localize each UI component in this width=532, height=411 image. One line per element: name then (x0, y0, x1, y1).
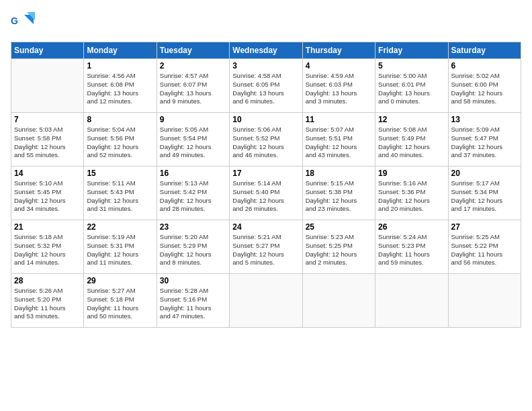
day-info: Sunrise: 5:25 AM Sunset: 5:22 PM Dayligh… (451, 233, 518, 267)
day-number: 13 (451, 115, 518, 124)
week-row-1: 1Sunrise: 4:56 AM Sunset: 6:08 PM Daylig… (11, 59, 521, 113)
day-cell: 2Sunrise: 4:57 AM Sunset: 6:07 PM Daylig… (157, 59, 229, 113)
day-cell (230, 274, 302, 328)
day-number: 14 (14, 169, 81, 178)
day-info: Sunrise: 5:03 AM Sunset: 5:58 PM Dayligh… (14, 126, 81, 160)
day-number: 7 (14, 115, 81, 124)
day-cell: 18Sunrise: 5:15 AM Sunset: 5:38 PM Dayli… (302, 167, 375, 220)
day-number: 8 (87, 115, 153, 124)
day-number: 2 (160, 61, 226, 71)
day-info: Sunrise: 5:04 AM Sunset: 5:56 PM Dayligh… (87, 126, 153, 160)
day-cell: 20Sunrise: 5:17 AM Sunset: 5:34 PM Dayli… (448, 167, 521, 220)
day-info: Sunrise: 4:56 AM Sunset: 6:08 PM Dayligh… (87, 72, 153, 106)
day-number: 29 (87, 276, 153, 285)
col-header-sunday: Sunday (11, 42, 84, 59)
day-cell (11, 59, 84, 113)
day-cell: 9Sunrise: 5:05 AM Sunset: 5:54 PM Daylig… (157, 113, 229, 167)
day-cell: 25Sunrise: 5:23 AM Sunset: 5:25 PM Dayli… (302, 220, 375, 274)
page-header: G (11, 11, 521, 35)
day-cell: 24Sunrise: 5:21 AM Sunset: 5:27 PM Dayli… (230, 220, 302, 274)
logo-icon: G (11, 11, 35, 35)
day-cell: 6Sunrise: 5:02 AM Sunset: 6:00 PM Daylig… (448, 59, 521, 113)
day-info: Sunrise: 5:19 AM Sunset: 5:31 PM Dayligh… (87, 233, 153, 267)
col-header-friday: Friday (375, 42, 448, 59)
day-info: Sunrise: 5:26 AM Sunset: 5:20 PM Dayligh… (14, 287, 81, 321)
day-cell: 23Sunrise: 5:20 AM Sunset: 5:29 PM Dayli… (157, 220, 229, 274)
day-info: Sunrise: 5:21 AM Sunset: 5:27 PM Dayligh… (232, 233, 299, 267)
calendar-body: 1Sunrise: 4:56 AM Sunset: 6:08 PM Daylig… (11, 59, 521, 328)
day-cell (302, 274, 375, 328)
day-cell: 7Sunrise: 5:03 AM Sunset: 5:58 PM Daylig… (11, 113, 84, 167)
day-cell: 8Sunrise: 5:04 AM Sunset: 5:56 PM Daylig… (84, 113, 157, 167)
day-number: 25 (306, 222, 372, 232)
day-cell: 11Sunrise: 5:07 AM Sunset: 5:51 PM Dayli… (302, 113, 375, 167)
day-number: 21 (14, 222, 81, 232)
day-info: Sunrise: 5:18 AM Sunset: 5:32 PM Dayligh… (14, 233, 81, 267)
day-cell: 1Sunrise: 4:56 AM Sunset: 6:08 PM Daylig… (84, 59, 157, 113)
day-info: Sunrise: 5:02 AM Sunset: 6:00 PM Dayligh… (451, 72, 518, 106)
day-number: 28 (14, 276, 81, 285)
week-row-4: 21Sunrise: 5:18 AM Sunset: 5:32 PM Dayli… (11, 220, 521, 274)
day-cell (375, 274, 448, 328)
day-info: Sunrise: 5:13 AM Sunset: 5:42 PM Dayligh… (160, 179, 226, 214)
day-cell: 28Sunrise: 5:26 AM Sunset: 5:20 PM Dayli… (11, 274, 84, 328)
day-cell: 30Sunrise: 5:28 AM Sunset: 5:16 PM Dayli… (157, 274, 229, 328)
day-cell: 12Sunrise: 5:08 AM Sunset: 5:49 PM Dayli… (375, 113, 448, 167)
day-info: Sunrise: 5:24 AM Sunset: 5:23 PM Dayligh… (378, 233, 445, 267)
day-cell: 29Sunrise: 5:27 AM Sunset: 5:18 PM Dayli… (84, 274, 157, 328)
day-info: Sunrise: 4:57 AM Sunset: 6:07 PM Dayligh… (160, 72, 226, 106)
day-info: Sunrise: 5:27 AM Sunset: 5:18 PM Dayligh… (87, 287, 153, 321)
col-header-saturday: Saturday (448, 42, 521, 59)
day-number: 4 (306, 61, 372, 71)
day-info: Sunrise: 5:08 AM Sunset: 5:49 PM Dayligh… (378, 126, 445, 160)
logo: G (11, 11, 38, 35)
day-number: 11 (306, 115, 372, 124)
day-cell: 10Sunrise: 5:06 AM Sunset: 5:52 PM Dayli… (230, 113, 302, 167)
day-number: 16 (160, 169, 226, 178)
day-info: Sunrise: 5:09 AM Sunset: 5:47 PM Dayligh… (451, 126, 518, 160)
day-cell: 4Sunrise: 4:59 AM Sunset: 6:03 PM Daylig… (302, 59, 375, 113)
day-number: 24 (232, 222, 299, 232)
day-cell: 16Sunrise: 5:13 AM Sunset: 5:42 PM Dayli… (157, 167, 229, 220)
day-info: Sunrise: 5:11 AM Sunset: 5:43 PM Dayligh… (87, 179, 153, 214)
day-cell (448, 274, 521, 328)
day-cell: 22Sunrise: 5:19 AM Sunset: 5:31 PM Dayli… (84, 220, 157, 274)
calendar-header-row: SundayMondayTuesdayWednesdayThursdayFrid… (11, 42, 521, 59)
day-cell: 17Sunrise: 5:14 AM Sunset: 5:40 PM Dayli… (230, 167, 302, 220)
day-info: Sunrise: 5:05 AM Sunset: 5:54 PM Dayligh… (160, 126, 226, 160)
day-info: Sunrise: 5:00 AM Sunset: 6:01 PM Dayligh… (378, 72, 445, 106)
day-cell: 19Sunrise: 5:16 AM Sunset: 5:36 PM Dayli… (375, 167, 448, 220)
calendar-table: SundayMondayTuesdayWednesdayThursdayFrid… (11, 42, 521, 328)
day-number: 22 (87, 222, 153, 232)
col-header-wednesday: Wednesday (230, 42, 302, 59)
day-info: Sunrise: 5:17 AM Sunset: 5:34 PM Dayligh… (451, 179, 518, 214)
day-cell: 26Sunrise: 5:24 AM Sunset: 5:23 PM Dayli… (375, 220, 448, 274)
day-cell: 5Sunrise: 5:00 AM Sunset: 6:01 PM Daylig… (375, 59, 448, 113)
week-row-2: 7Sunrise: 5:03 AM Sunset: 5:58 PM Daylig… (11, 113, 521, 167)
day-number: 12 (378, 115, 445, 124)
day-number: 17 (232, 169, 299, 178)
day-info: Sunrise: 5:16 AM Sunset: 5:36 PM Dayligh… (378, 179, 445, 214)
day-number: 1 (87, 61, 153, 71)
day-number: 19 (378, 169, 445, 178)
day-cell: 21Sunrise: 5:18 AM Sunset: 5:32 PM Dayli… (11, 220, 84, 274)
col-header-thursday: Thursday (302, 42, 375, 59)
day-cell: 14Sunrise: 5:10 AM Sunset: 5:45 PM Dayli… (11, 167, 84, 220)
day-number: 18 (306, 169, 372, 178)
day-info: Sunrise: 5:28 AM Sunset: 5:16 PM Dayligh… (160, 287, 226, 321)
day-number: 6 (451, 61, 518, 71)
day-info: Sunrise: 5:07 AM Sunset: 5:51 PM Dayligh… (306, 126, 372, 160)
col-header-tuesday: Tuesday (157, 42, 229, 59)
day-number: 20 (451, 169, 518, 178)
day-number: 9 (160, 115, 226, 124)
day-cell: 15Sunrise: 5:11 AM Sunset: 5:43 PM Dayli… (84, 167, 157, 220)
day-info: Sunrise: 4:58 AM Sunset: 6:05 PM Dayligh… (232, 72, 299, 106)
day-number: 15 (87, 169, 153, 178)
day-cell: 27Sunrise: 5:25 AM Sunset: 5:22 PM Dayli… (448, 220, 521, 274)
day-cell: 3Sunrise: 4:58 AM Sunset: 6:05 PM Daylig… (230, 59, 302, 113)
day-number: 5 (378, 61, 445, 71)
day-info: Sunrise: 4:59 AM Sunset: 6:03 PM Dayligh… (306, 72, 372, 106)
day-info: Sunrise: 5:23 AM Sunset: 5:25 PM Dayligh… (306, 233, 372, 267)
day-number: 30 (160, 276, 226, 285)
day-info: Sunrise: 5:20 AM Sunset: 5:29 PM Dayligh… (160, 233, 226, 267)
